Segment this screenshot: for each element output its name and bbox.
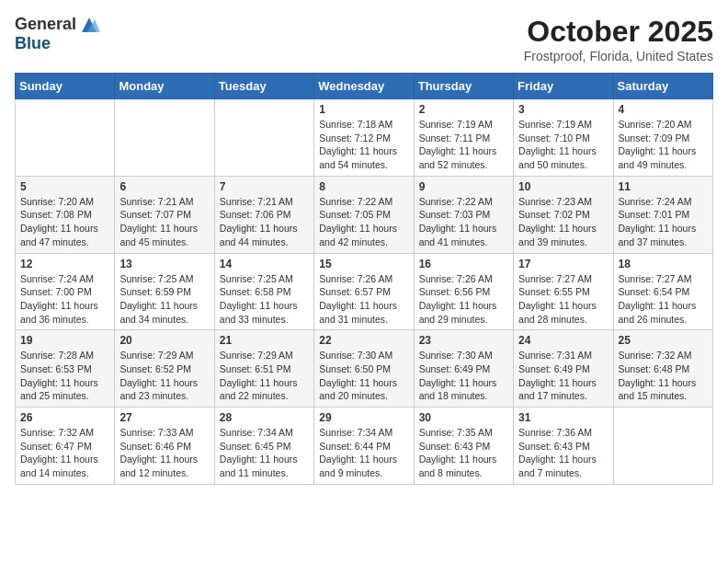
day-info-line: and 44 minutes. <box>220 236 289 247</box>
calendar-week-row: 26Sunrise: 7:32 AMSunset: 6:47 PMDayligh… <box>16 408 713 485</box>
day-info-line: Sunset: 7:07 PM <box>119 209 191 220</box>
day-info-line: Sunset: 6:45 PM <box>220 441 291 452</box>
calendar-week-row: 1Sunrise: 7:18 AMSunset: 7:12 PMDaylight… <box>16 99 713 177</box>
day-info-line: Sunset: 6:46 PM <box>119 441 191 452</box>
day-content: Sunrise: 7:24 AMSunset: 7:00 PMDaylight:… <box>20 272 109 327</box>
day-info-line: Sunset: 6:59 PM <box>119 286 191 297</box>
weekday-header: Tuesday <box>214 74 313 99</box>
day-info-line: Sunrise: 7:33 AM <box>119 427 193 438</box>
day-info-line: and 23 minutes. <box>119 390 188 401</box>
calendar-cell: 7Sunrise: 7:21 AMSunset: 7:06 PMDaylight… <box>214 176 313 253</box>
day-info-line: and 47 minutes. <box>20 236 89 247</box>
day-info-line: Sunrise: 7:25 AM <box>119 273 193 284</box>
calendar-cell <box>16 99 115 177</box>
day-content: Sunrise: 7:18 AMSunset: 7:12 PMDaylight:… <box>319 118 408 172</box>
calendar-cell: 31Sunrise: 7:36 AMSunset: 6:43 PMDayligh… <box>514 408 613 485</box>
day-number: 31 <box>518 411 608 424</box>
day-info-line: Sunrise: 7:26 AM <box>419 273 493 284</box>
calendar-cell: 3Sunrise: 7:19 AMSunset: 7:10 PMDaylight… <box>514 99 613 177</box>
day-info-line: and 22 minutes. <box>220 390 289 401</box>
day-number: 8 <box>319 180 408 193</box>
day-info-line: and 52 minutes. <box>419 159 488 170</box>
day-content: Sunrise: 7:23 AMSunset: 7:02 PMDaylight:… <box>518 195 608 249</box>
day-info-line: Daylight: 11 hours <box>220 377 298 388</box>
day-info-line: Daylight: 11 hours <box>220 300 298 311</box>
calendar-cell: 28Sunrise: 7:34 AMSunset: 6:45 PMDayligh… <box>214 408 313 485</box>
day-info-line: Sunset: 7:00 PM <box>20 286 92 297</box>
day-content: Sunrise: 7:24 AMSunset: 7:01 PMDaylight:… <box>619 195 708 249</box>
day-info-line: Sunrise: 7:18 AM <box>319 119 392 130</box>
day-number: 12 <box>20 258 109 270</box>
day-info-line: Sunset: 7:10 PM <box>518 132 590 144</box>
day-number: 5 <box>20 180 109 193</box>
weekday-header: Thursday <box>414 74 513 99</box>
day-info-line: and 33 minutes. <box>220 314 289 325</box>
day-content: Sunrise: 7:28 AMSunset: 6:53 PMDaylight:… <box>20 349 109 403</box>
day-info-line: Sunrise: 7:24 AM <box>619 196 692 207</box>
day-info-line: Sunrise: 7:31 AM <box>518 350 592 361</box>
day-info-line: Sunrise: 7:24 AM <box>20 273 94 284</box>
day-number: 29 <box>319 411 408 424</box>
calendar-cell: 14Sunrise: 7:25 AMSunset: 6:58 PMDayligh… <box>214 253 313 330</box>
day-number: 4 <box>619 103 708 116</box>
day-info-line: Sunrise: 7:28 AM <box>20 350 94 361</box>
calendar-cell <box>214 99 313 177</box>
day-info-line: Sunrise: 7:34 AM <box>319 427 392 438</box>
day-content: Sunrise: 7:35 AMSunset: 6:43 PMDaylight:… <box>419 426 508 480</box>
calendar-cell: 30Sunrise: 7:35 AMSunset: 6:43 PMDayligh… <box>414 408 513 485</box>
calendar-week-row: 19Sunrise: 7:28 AMSunset: 6:53 PMDayligh… <box>16 330 713 408</box>
day-info-line: and 36 minutes. <box>20 314 89 325</box>
day-content: Sunrise: 7:26 AMSunset: 6:56 PMDaylight:… <box>419 272 508 327</box>
day-content: Sunrise: 7:19 AMSunset: 7:10 PMDaylight:… <box>518 118 608 172</box>
calendar-cell: 21Sunrise: 7:29 AMSunset: 6:51 PMDayligh… <box>214 330 313 408</box>
calendar-header-row: SundayMondayTuesdayWednesdayThursdayFrid… <box>16 74 713 99</box>
day-info-line: Daylight: 11 hours <box>419 223 497 234</box>
calendar-cell: 20Sunrise: 7:29 AMSunset: 6:52 PMDayligh… <box>115 330 214 408</box>
day-info-line: Sunset: 6:50 PM <box>319 363 391 374</box>
day-content: Sunrise: 7:21 AMSunset: 7:06 PMDaylight:… <box>220 195 309 249</box>
day-number: 16 <box>419 258 508 270</box>
day-info-line: Sunset: 7:08 PM <box>20 209 92 220</box>
day-info-line: Sunset: 6:51 PM <box>220 363 291 374</box>
day-content: Sunrise: 7:34 AMSunset: 6:45 PMDaylight:… <box>220 426 309 480</box>
calendar-cell: 27Sunrise: 7:33 AMSunset: 6:46 PMDayligh… <box>115 408 214 485</box>
day-info-line: Daylight: 11 hours <box>220 223 298 234</box>
day-number: 24 <box>518 334 608 347</box>
calendar-cell: 25Sunrise: 7:32 AMSunset: 6:48 PMDayligh… <box>613 330 712 408</box>
day-content: Sunrise: 7:20 AMSunset: 7:08 PMDaylight:… <box>20 195 109 249</box>
logo: General Blue <box>15 15 100 53</box>
day-info-line: Daylight: 11 hours <box>20 223 98 234</box>
day-info-line: and 9 minutes. <box>319 467 382 478</box>
day-info-line: Daylight: 11 hours <box>20 300 98 311</box>
day-number: 18 <box>619 258 708 270</box>
day-info-line: Daylight: 11 hours <box>319 223 397 234</box>
day-info-line: Daylight: 11 hours <box>518 377 597 388</box>
logo-icon <box>78 16 100 34</box>
day-info-line: Sunrise: 7:27 AM <box>518 273 592 284</box>
day-content: Sunrise: 7:29 AMSunset: 6:52 PMDaylight:… <box>119 349 209 403</box>
day-content: Sunrise: 7:27 AMSunset: 6:54 PMDaylight:… <box>619 272 708 327</box>
day-number: 13 <box>119 258 209 270</box>
day-info-line: and 7 minutes. <box>518 467 582 478</box>
page-header: General Blue October 2025 Frostproof, Fl… <box>15 15 713 63</box>
day-info-line: Daylight: 11 hours <box>419 145 497 156</box>
day-info-line: Sunrise: 7:29 AM <box>119 350 193 361</box>
day-info-line: Sunset: 7:09 PM <box>619 132 690 144</box>
day-info-line: Daylight: 11 hours <box>119 300 198 311</box>
location-subtitle: Frostproof, Florida, United States <box>524 49 713 63</box>
day-info-line: Daylight: 11 hours <box>619 145 697 156</box>
day-number: 3 <box>518 103 608 116</box>
day-content: Sunrise: 7:25 AMSunset: 6:58 PMDaylight:… <box>220 272 309 327</box>
day-info-line: and 28 minutes. <box>518 314 587 325</box>
calendar-table: SundayMondayTuesdayWednesdayThursdayFrid… <box>15 73 713 485</box>
day-info-line: Sunrise: 7:23 AM <box>518 196 592 207</box>
day-number: 30 <box>419 411 508 424</box>
day-info-line: Daylight: 11 hours <box>619 377 697 388</box>
day-info-line: Sunset: 6:58 PM <box>220 286 291 297</box>
day-info-line: Daylight: 11 hours <box>419 300 497 311</box>
day-info-line: Daylight: 11 hours <box>319 454 397 465</box>
calendar-cell: 13Sunrise: 7:25 AMSunset: 6:59 PMDayligh… <box>115 253 214 330</box>
calendar-cell: 8Sunrise: 7:22 AMSunset: 7:05 PMDaylight… <box>314 176 414 253</box>
day-info-line: and 39 minutes. <box>518 236 587 247</box>
calendar-cell: 10Sunrise: 7:23 AMSunset: 7:02 PMDayligh… <box>514 176 613 253</box>
